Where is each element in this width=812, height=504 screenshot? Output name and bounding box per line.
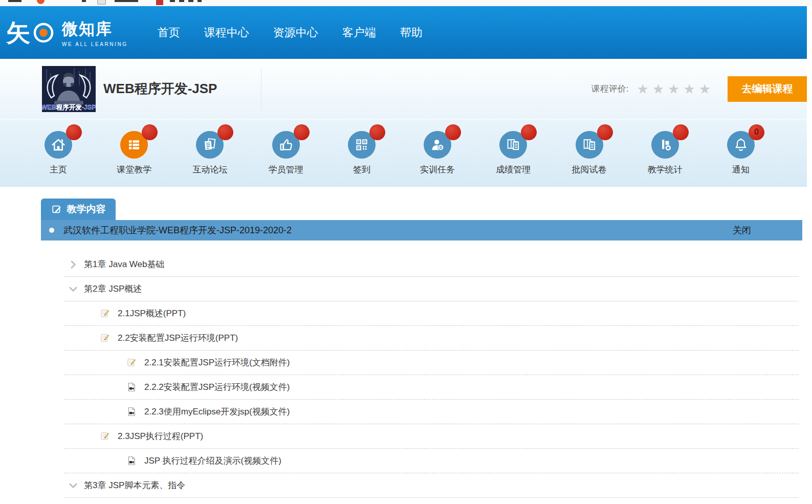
toolbar-item-label: 教学统计 <box>648 164 683 176</box>
site-logo[interactable]: 矢 微知库 WE ALL LEARNING <box>6 18 128 47</box>
nav-item-1[interactable]: 课程中心 <box>204 25 249 40</box>
training-person-icon <box>429 137 446 153</box>
toolbar-icon-circle <box>272 131 300 159</box>
browser-bar-fragment <box>188 0 193 2</box>
toolbar-item-label: 成绩管理 <box>496 164 531 176</box>
class-header-bar[interactable]: 武汉软件工程职业学院-WEB程序开发-JSP-2019-2020-2 关闭 <box>41 220 802 240</box>
lesson-label: JSP 执行过程介绍及演示(视频文件) <box>144 455 281 467</box>
chevron-down-icon <box>68 480 78 491</box>
chapter-row[interactable]: 第3章 JSP脚本元素、指令 <box>64 473 799 498</box>
lesson-row[interactable]: JSP 执行过程介绍及演示(视频文件) <box>64 449 799 473</box>
lesson-row[interactable]: 2.2.1安装配置JSP运行环境(文档附件) <box>64 350 799 375</box>
nav-item-2[interactable]: 资源中心 <box>273 25 318 40</box>
toolbar-icon-circle <box>120 131 148 159</box>
toolbar-item-label: 学员管理 <box>269 164 303 176</box>
tab-label: 教学内容 <box>67 203 106 216</box>
chapter-label: 第2章 JSP概述 <box>84 283 142 295</box>
thumbs-up-icon <box>278 137 294 153</box>
notification-badge <box>597 124 613 140</box>
star-icon: ★ <box>668 81 683 97</box>
toolbar-icon-circle <box>424 131 451 159</box>
notification-badge <box>66 124 82 140</box>
course-thumbnail-image: WEB程序开发-JSP <box>42 66 96 112</box>
toolbar-item-3[interactable]: 学员管理 <box>261 131 311 176</box>
toolbar-item-8[interactable]: 教学统计 <box>641 131 690 176</box>
course-toolbar: 主页 课堂教学 互动论坛 学员管理 签到 实训任务 <box>0 119 807 187</box>
chevron-right-icon <box>68 259 78 270</box>
notification-badge <box>673 124 689 140</box>
browser-bar-fragment <box>197 0 202 2</box>
toolbar-item-label: 通知 <box>732 164 750 176</box>
chapter-label: 第3章 JSP脚本元素、指令 <box>84 479 185 491</box>
grades-clipboard-icon <box>505 137 521 153</box>
svg-text:WEB程序开发-JSP: WEB程序开发-JSP <box>42 104 96 111</box>
course-title: WEB程序开发-JSP <box>103 80 217 98</box>
bullet-icon <box>49 228 54 233</box>
lesson-label: 2.2安装配置JSP运行环境(PPT) <box>118 332 238 344</box>
browser-bar-strip <box>0 0 812 6</box>
video-file-icon <box>127 407 137 417</box>
stats-chart-icon <box>657 137 673 153</box>
menu-list-icon <box>126 137 142 153</box>
site-header: 矢 微知库 WE ALL LEARNING 首页 课程中心 资源中心 客户端 帮… <box>0 6 807 59</box>
toolbar-icon-circle <box>45 131 72 159</box>
notification-badge <box>294 124 310 140</box>
toolbar-item-label: 签到 <box>353 164 370 176</box>
logo-zhi-icon: 矢 <box>6 20 30 45</box>
tab-teaching-content[interactable]: 教学内容 <box>41 199 116 220</box>
toolbar-item-label: 主页 <box>50 164 67 176</box>
toolbar-item-6[interactable]: 成绩管理 <box>489 131 538 176</box>
lesson-row[interactable]: 2.2.3使用myEclipse开发jsp(视频文件) <box>64 400 799 424</box>
home-icon <box>50 137 67 153</box>
toolbar-item-0[interactable]: 主页 <box>34 131 83 176</box>
toolbar-item-label: 批阅试卷 <box>572 164 607 176</box>
toolbar-icon-circle <box>499 131 527 159</box>
star-icon: ★ <box>683 81 698 97</box>
logo-ring-icon <box>31 20 56 45</box>
lesson-label: 2.1JSP概述(PPT) <box>118 308 186 319</box>
notification-badge <box>521 124 537 140</box>
teaching-content-section: 教学内容 武汉软件工程职业学院-WEB程序开发-JSP-2019-2020-2 … <box>0 199 812 498</box>
toolbar-icon-circle <box>348 131 376 159</box>
star-icon: ★ <box>699 81 714 97</box>
browser-favicon-fragment <box>156 0 163 5</box>
notification-badge: 0 <box>749 124 764 140</box>
note-pencil-icon <box>127 358 137 367</box>
notification-badge <box>142 124 158 140</box>
notification-badge <box>445 124 461 140</box>
nav-item-0[interactable]: 首页 <box>158 25 180 40</box>
brand-tagline: WE ALL LEARNING <box>62 41 128 47</box>
browser-bar-fragment <box>179 0 184 2</box>
video-file-icon <box>127 382 137 392</box>
browser-bar-fragment <box>82 0 86 2</box>
lesson-row[interactable]: 2.3JSP执行过程(PPT) <box>64 424 799 449</box>
nav-item-4[interactable]: 帮助 <box>400 25 423 40</box>
review-clipboard-icon <box>581 137 598 153</box>
lesson-row[interactable]: 2.1JSP概述(PPT) <box>64 301 799 326</box>
main-nav: 首页 课程中心 资源中心 客户端 帮助 <box>158 25 423 40</box>
toolbar-item-5[interactable]: 实训任务 <box>413 131 462 176</box>
lesson-label: 2.2.3使用myEclipse开发jsp(视频文件) <box>144 406 290 418</box>
nav-item-3[interactable]: 客户端 <box>342 25 376 40</box>
browser-bar-fragment <box>170 0 175 2</box>
vertical-divider <box>261 69 261 110</box>
rating-stars: ★★★★★ <box>637 82 714 96</box>
toolbar-item-label: 互动论坛 <box>192 164 227 176</box>
toolbar-item-1[interactable]: 课堂教学 <box>109 131 159 176</box>
toolbar-item-4[interactable]: 签到 <box>337 131 386 176</box>
chapter-row[interactable]: 第1章 Java Web基础 <box>64 252 799 277</box>
note-pencil-icon <box>100 333 110 343</box>
toolbar-item-9[interactable]: 0 通知 <box>716 131 765 176</box>
close-button[interactable]: 关闭 <box>733 224 751 236</box>
toolbar-item-7[interactable]: 批阅试卷 <box>565 131 614 176</box>
lesson-row[interactable]: 2.2.2安装配置JSP运行环境(视频文件) <box>64 375 799 400</box>
chapter-row[interactable]: 第2章 JSP概述 <box>64 277 799 301</box>
toolbar-icon-circle: 0 <box>727 131 755 159</box>
bell-icon <box>733 137 749 153</box>
edit-course-button[interactable]: 去编辑课程 <box>728 76 807 102</box>
browser-favicon-fragment <box>37 0 45 4</box>
toolbar-item-2[interactable]: 互动论坛 <box>185 131 234 176</box>
lesson-row[interactable]: 2.2安装配置JSP运行环境(PPT) <box>64 326 799 350</box>
toolbar-item-label: 实训任务 <box>420 164 455 176</box>
toolbar-icon-circle <box>651 131 679 159</box>
